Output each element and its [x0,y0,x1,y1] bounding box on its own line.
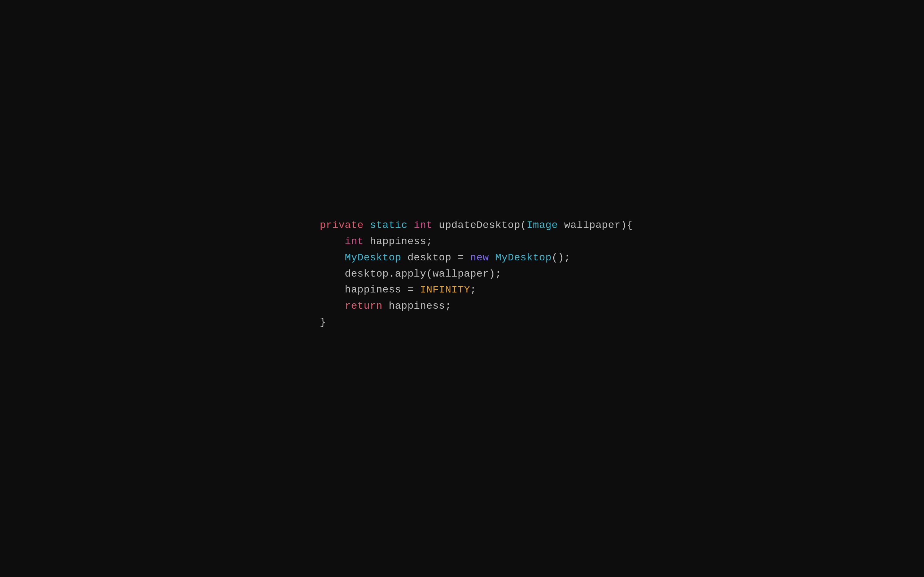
const-infinity: INFINITY [420,284,470,295]
param-rest: wallpaper){ [558,220,633,231]
keyword-int-var: int [345,236,363,247]
closing-brace: } [320,317,326,328]
code-line-1: private static int updateDesktop(Image w… [320,218,633,234]
keyword-return: return [345,300,382,311]
space-2 [407,220,414,231]
desktop-assign: desktop = [401,252,470,263]
class-mydesktop-new: MyDesktop [495,252,551,263]
code-line-6: return happiness; [320,298,633,314]
code-line-7: } [320,314,633,331]
code-line-4: desktop.apply(wallpaper); [320,266,633,282]
code-display: private static int updateDesktop(Image w… [320,218,633,331]
keyword-static: static [370,220,407,231]
return-value: happiness; [383,300,452,311]
code-line-2: int happiness; [320,234,633,250]
var-happiness: happiness; [363,236,432,247]
keyword-int-return: int [414,220,432,231]
keyword-private: private [320,220,364,231]
happiness-assign: happiness = [345,284,420,295]
keyword-new: new [470,252,489,263]
method-name: updateDesktop( [432,220,526,231]
desktop-obj: desktop [345,268,389,279]
dot-operator: . [389,268,395,279]
constructor-parens: (); [551,252,570,263]
class-image: Image [527,220,558,231]
apply-call: apply(wallpaper); [395,268,501,279]
space-new [489,252,495,263]
space-1 [363,220,370,231]
semicolon-5: ; [470,284,477,295]
code-line-5: happiness = INFINITY; [320,282,633,298]
class-mydesktop-type: MyDesktop [345,252,401,263]
code-line-3: MyDesktop desktop = new MyDesktop(); [320,250,633,266]
